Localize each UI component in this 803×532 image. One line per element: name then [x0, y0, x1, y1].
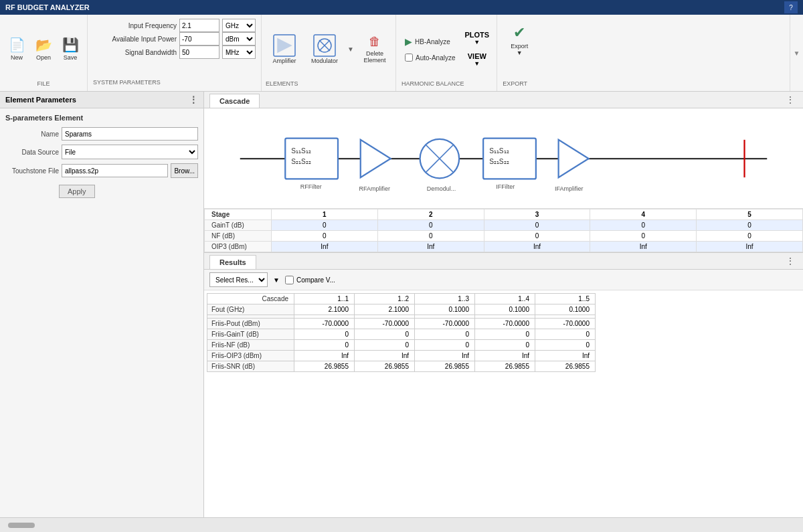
name-field[interactable]: [62, 127, 198, 141]
gaint-r-3: 0: [415, 329, 475, 340]
gaint-row: GainT (dB) 0 0 0 0 0: [205, 220, 803, 231]
input-power-unit[interactable]: dBmW: [222, 32, 256, 46]
apply-row: Apply: [5, 182, 198, 198]
amplifier-label: Amplifier: [272, 58, 296, 64]
touchstone-field[interactable]: [62, 164, 168, 177]
snr-r-5: 26.9855: [535, 361, 596, 372]
results-toolbar: Select Res... ▼ Compare V...: [204, 270, 803, 290]
oip3-3[interactable]: Inf: [484, 242, 590, 252]
delete-icon: 🗑: [369, 35, 381, 49]
results-tab-menu[interactable]: ⋮: [783, 253, 798, 269]
oip3-1[interactable]: Inf: [272, 242, 378, 252]
svg-text:RFAmplifier: RFAmplifier: [359, 185, 391, 192]
save-button[interactable]: 💾 Save: [58, 27, 83, 71]
pout-label: Friis-Pout (dBm): [207, 319, 294, 329]
auto-analyze-row: Auto-Analyze: [402, 52, 458, 64]
stage-label-cell: Stage: [205, 209, 272, 220]
bandwidth-field[interactable]: [179, 46, 219, 59]
amplifier-button[interactable]: Amplifier: [266, 26, 303, 72]
scrollbar-thumb[interactable]: [8, 523, 35, 528]
snr-results-label: Friis-SNR (dB): [207, 361, 294, 372]
input-power-row: Available Input Power dBmW: [93, 32, 256, 46]
oip3-4[interactable]: Inf: [590, 242, 697, 252]
export-icon: ✔: [513, 24, 525, 41]
pout-2: -70.0000: [355, 319, 415, 329]
auto-analyze-label: Auto-Analyze: [416, 54, 455, 62]
results-tab[interactable]: Results: [209, 255, 256, 269]
svg-marker-12: [361, 139, 391, 177]
element-params-title-bar: Element Parameters ⋮: [0, 92, 203, 108]
fout-3: 0.1000: [415, 304, 475, 315]
input-freq-field[interactable]: [179, 19, 219, 32]
input-freq-label: Input Frequency: [93, 22, 177, 29]
oip3-r-5: Inf: [535, 351, 596, 361]
svg-marker-22: [559, 139, 589, 177]
nf-5: 0: [697, 231, 803, 242]
file-buttons: 📄 New 📂 Open 💾 Save: [4, 17, 83, 80]
hb-group-label: HARMONIC BALANCE: [402, 80, 491, 88]
oip3-5[interactable]: Inf: [697, 242, 803, 252]
results-col-3-header: 1..3: [415, 294, 475, 304]
new-icon: 📄: [9, 37, 25, 53]
apply-button[interactable]: Apply: [59, 185, 95, 198]
browse-button[interactable]: Brow...: [171, 163, 198, 178]
element-params-title: Element Parameters: [5, 96, 76, 104]
open-button[interactable]: 📂 Open: [31, 27, 56, 71]
gaint-results-row: Friis-GainT (dB) 0 0 0 0 0: [207, 329, 596, 340]
gaint-r-2: 0: [355, 329, 415, 340]
nf-4: 0: [590, 231, 697, 242]
gaint-results-label: Friis-GainT (dB): [207, 329, 294, 340]
export-button[interactable]: ✔ Export ▼: [503, 17, 536, 63]
compare-checkbox-label: Compare V...: [285, 276, 335, 284]
stage-1: 1: [272, 209, 378, 220]
compare-checkbox[interactable]: [285, 276, 294, 284]
cascade-tab-menu[interactable]: ⋮: [783, 92, 798, 108]
touchstone-row: Touchstone File Brow...: [5, 163, 198, 178]
name-row: Name: [5, 127, 198, 141]
svg-text:S₂₁S₂₂: S₂₁S₂₂: [291, 157, 311, 165]
stage-4: 4: [590, 209, 697, 220]
view-button[interactable]: VIEW ▼: [466, 50, 488, 69]
modulator-button[interactable]: Modulator: [306, 26, 343, 72]
oip3-r-3: Inf: [415, 351, 475, 361]
fout-label: Fout (GHz): [207, 304, 294, 315]
sys-params-label: SYSTEM PARAMETERS: [93, 79, 256, 87]
help-button[interactable]: ?: [784, 1, 798, 13]
hb-analyze-icon: ▶: [405, 36, 412, 47]
gaint-1[interactable]: 0: [272, 220, 378, 231]
delete-element-button[interactable]: 🗑 DeleteElement: [358, 26, 391, 72]
results-select[interactable]: Select Res...: [209, 272, 268, 287]
svg-text:Demodul...: Demodul...: [427, 185, 456, 192]
bandwidth-unit[interactable]: MHzGHzkHz: [222, 46, 256, 59]
block-diagram: S₁₁S₁₂ S₂₁S₂₂ RFFilter RFAmplifier Demod…: [217, 115, 790, 202]
gaint-5[interactable]: 0: [697, 220, 803, 231]
input-power-field[interactable]: [179, 32, 219, 46]
input-power-label: Available Input Power: [93, 35, 177, 43]
snr-r-2: 26.9855: [355, 361, 415, 372]
new-button[interactable]: 📄 New: [4, 27, 29, 71]
hb-analyze-button[interactable]: ▶ HB-Analyze: [402, 34, 458, 49]
elements-more-button[interactable]: ▼: [346, 26, 355, 72]
export-group: ✔ Export ▼ EXPORT: [497, 15, 541, 91]
plots-button[interactable]: PLOTS ▼: [462, 29, 491, 48]
cascade-tab[interactable]: Cascade: [209, 94, 260, 108]
gaint-4[interactable]: 0: [590, 220, 697, 231]
gaint-2[interactable]: 0: [377, 220, 484, 231]
nf-results-label: Friis-NF (dB): [207, 340, 294, 351]
element-params-menu[interactable]: ⋮: [189, 94, 198, 105]
gaint-label: GainT (dB): [205, 220, 272, 231]
pout-row: Friis-Pout (dBm) -70.0000 -70.0000 -70.0…: [207, 319, 596, 329]
results-section: Results ⋮ Select Res... ▼ Compare V...: [204, 252, 803, 517]
oip3-2[interactable]: Inf: [377, 242, 484, 252]
save-icon: 💾: [62, 37, 79, 53]
input-freq-unit[interactable]: GHzMHzkHz: [222, 19, 256, 32]
snr-results-row: Friis-SNR (dB) 26.9855 26.9855 26.9855 2…: [207, 361, 596, 372]
left-panel: Element Parameters ⋮ S-parameters Elemen…: [0, 92, 204, 517]
plots-chevron: ▼: [474, 39, 480, 46]
nf-r-1: 0: [294, 340, 355, 351]
data-source-select[interactable]: File Manual: [62, 145, 198, 159]
auto-analyze-checkbox[interactable]: [405, 54, 413, 62]
modulator-icon: [313, 33, 337, 58]
gaint-3[interactable]: 0: [484, 220, 590, 231]
title-bar: RF BUDGET ANALYZER ?: [0, 0, 803, 15]
